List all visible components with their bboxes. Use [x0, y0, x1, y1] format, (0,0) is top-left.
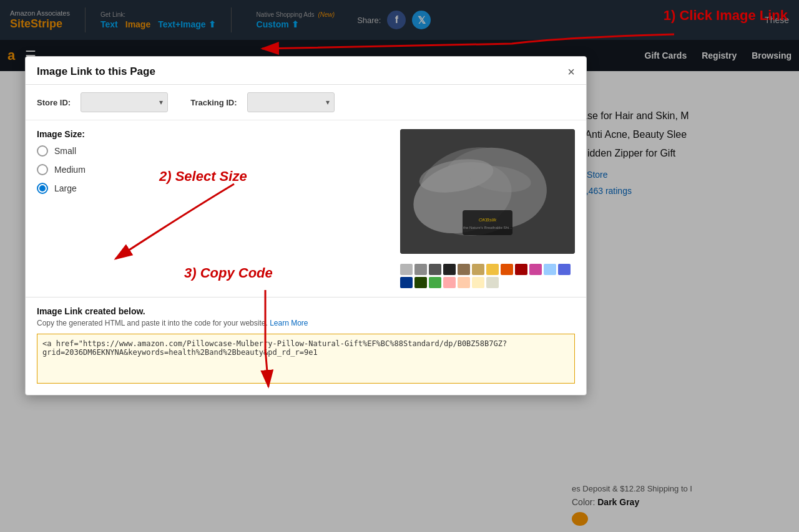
color-swatch-6[interactable]	[486, 264, 499, 275]
product-image-svg: OKBslik the Nature's Breathable Shi...	[400, 129, 575, 254]
click-image-annotation: 1) Click Image Link	[664, 7, 788, 24]
svg-text:OKBslik: OKBslik	[479, 217, 497, 223]
color-swatch-3[interactable]	[443, 264, 456, 275]
modal-ids-row: Store ID: ▾ Tracking ID: ▾	[26, 85, 586, 120]
color-swatch-9[interactable]	[529, 264, 542, 275]
svg-text:the Nature's Breathable Shi...: the Nature's Breathable Shi...	[463, 226, 512, 230]
color-swatches	[400, 264, 575, 288]
color-swatch-14[interactable]	[429, 277, 441, 288]
color-swatch-7[interactable]	[501, 264, 513, 275]
radio-small[interactable]: Small	[37, 145, 388, 157]
image-size-title: Image Size:	[37, 129, 388, 139]
color-swatch-17[interactable]	[472, 277, 484, 288]
store-id-select-wrapper: ▾	[81, 92, 168, 112]
modal-title: Image Link to this Page	[37, 65, 155, 78]
radio-large-dot	[39, 185, 46, 191]
tracking-id-select-wrapper: ▾	[247, 92, 335, 112]
copy-code-annotation: 3) Copy Code	[184, 265, 273, 281]
code-textarea-wrapper	[37, 334, 575, 386]
color-swatch-11[interactable]	[558, 264, 571, 275]
color-swatch-12[interactable]	[400, 277, 413, 288]
modal-body: Image Size: Small Medium	[26, 120, 586, 297]
color-swatch-16[interactable]	[458, 277, 470, 288]
generated-code-textarea[interactable]	[37, 334, 575, 384]
modal-dialog: Image Link to this Page × Store ID: ▾ Tr…	[25, 56, 587, 395]
code-section: Image Link created below. Copy the gener…	[26, 297, 586, 395]
color-swatch-10[interactable]	[544, 264, 556, 275]
radio-small-outer	[37, 145, 48, 157]
store-id-label: Store ID:	[37, 98, 71, 107]
code-section-subtitle: Copy the generated HTML and paste it int…	[37, 319, 575, 327]
svg-rect-6	[463, 210, 512, 235]
learn-more-link[interactable]: Learn More	[270, 319, 308, 327]
product-image-container: OKBslik the Nature's Breathable Shi...	[400, 129, 575, 254]
color-swatch-18[interactable]	[486, 277, 499, 288]
tracking-id-select[interactable]	[247, 92, 335, 112]
color-swatch-19[interactable]	[501, 277, 513, 288]
code-section-title: Image Link created below.	[37, 306, 575, 316]
color-swatch-8[interactable]	[515, 264, 527, 275]
color-swatch-0[interactable]	[400, 264, 413, 275]
color-swatch-5[interactable]	[472, 264, 484, 275]
radio-medium-outer	[37, 164, 48, 175]
modal-header: Image Link to this Page ×	[26, 57, 586, 85]
color-swatch-4[interactable]	[458, 264, 470, 275]
store-id-select[interactable]	[81, 92, 168, 112]
radio-large-label: Large	[54, 183, 77, 193]
radio-small-label: Small	[54, 146, 76, 156]
color-swatch-13[interactable]	[414, 277, 427, 288]
modal-right-panel: OKBslik the Nature's Breathable Shi...	[400, 129, 575, 288]
color-swatch-15[interactable]	[443, 277, 456, 288]
color-swatch-2[interactable]	[429, 264, 441, 275]
click-image-label: 1) Click Image Link	[664, 7, 788, 24]
tracking-id-label: Tracking ID:	[190, 98, 237, 107]
color-swatch-1[interactable]	[414, 264, 427, 275]
radio-large-outer	[37, 183, 48, 194]
modal-left-panel: Image Size: Small Medium	[37, 129, 388, 288]
modal-close-button[interactable]: ×	[567, 65, 575, 78]
radio-medium-label: Medium	[54, 165, 86, 175]
select-size-annotation: 2) Select Size	[159, 168, 247, 185]
